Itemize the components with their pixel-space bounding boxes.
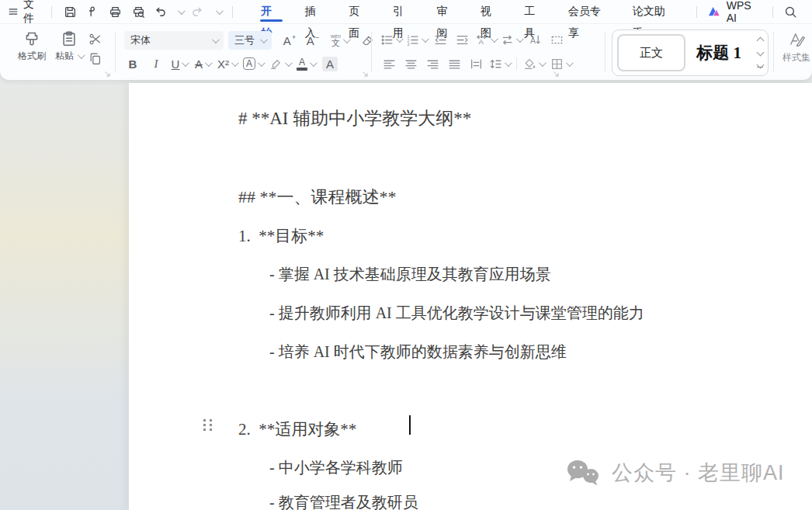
tab-insert[interactable]: 插入 [293,0,338,23]
char-shading-button[interactable]: A [321,55,338,72]
doc-list-item[interactable]: - 中小学各学科教师 [269,457,403,478]
doc-heading1[interactable]: # **AI 辅助中小学教学大纲** [238,106,471,130]
chevron-down-icon [505,59,512,67]
scroll-down-icon[interactable] [756,49,764,57]
paste-icon [61,30,78,47]
tab-review[interactable]: 审阅 [425,0,469,23]
search-button[interactable] [780,2,801,21]
undo-icon [154,5,167,18]
svg-text:3: 3 [407,41,409,46]
quick-access-dropdown-button[interactable] [210,3,224,20]
align-center-button[interactable] [402,55,419,72]
font-group-launcher[interactable] [362,71,368,77]
gallery-more-icon[interactable] [757,62,763,68]
tab-reference[interactable]: 引用 [381,0,425,23]
scroll-up-icon[interactable] [756,37,764,45]
chevron-down-icon [231,59,239,67]
paste-button[interactable]: 粘贴 [51,30,87,63]
distribute-button[interactable] [467,55,484,72]
show-marks-button[interactable] [548,31,565,48]
doc-list-item[interactable]: - 掌握 AI 技术基础原理及其教育应用场景 [269,264,551,285]
borders-button[interactable] [550,55,571,72]
bold-button[interactable]: B [124,55,141,72]
divider [605,32,606,72]
print-preview-button[interactable] [128,3,147,20]
numbered-list-button[interactable]: 123 [406,31,427,48]
font-size-value: 三号 [234,33,255,47]
save-button[interactable] [61,3,80,20]
shrink-font-glyph: A [307,34,314,47]
chevron-down-icon [205,59,213,67]
justify-button[interactable] [446,55,463,72]
style-heading1[interactable]: 标题 1 [685,42,752,64]
text-effects-button[interactable]: A [243,55,263,72]
doc-list-item[interactable]: 2. **适用对象** [238,418,356,440]
watermark: 公众号 · 老里聊AI [565,458,785,487]
chevron-down-icon [285,59,293,67]
font-name-select[interactable]: 宋体 [124,31,224,50]
print-button[interactable] [106,3,125,20]
shading-button[interactable] [523,55,544,72]
format-painter-button[interactable]: 格式刷 [14,30,50,63]
doc-list-item[interactable]: - 提升教师利用 AI 工具优化教学设计与课堂管理的能力 [269,303,644,324]
style-body-text[interactable]: 正文 [617,34,685,71]
doc-heading2[interactable]: ## **一、课程概述** [238,186,397,209]
chevron-down-icon [539,59,547,67]
align-right-button[interactable] [424,55,441,72]
redo-button[interactable] [188,3,207,20]
superscript-button[interactable]: X² [217,55,237,72]
tab-page[interactable]: 页面 [337,0,381,23]
decrease-indent-button[interactable] [432,31,449,48]
clipboard-group-launcher[interactable] [104,71,110,77]
dashed-box-icon [550,33,564,47]
increase-font-button[interactable]: A+ [281,32,298,49]
divider [772,6,773,18]
line-spacing-button[interactable] [489,55,510,72]
divider [51,6,52,18]
tab-home[interactable]: 开始 [249,0,293,23]
divider [371,32,372,72]
file-menu-label: 文件 [23,0,44,26]
tab-paper-assistant[interactable]: 论文助手 [621,0,685,23]
two-way-arrows-button[interactable] [501,31,522,48]
clear-format-button[interactable] [359,32,377,49]
doc-list-item[interactable]: - 教育管理者及教研员 [269,492,418,510]
phonetic-guide-button[interactable]: wén 文 [331,32,349,49]
document-page[interactable]: # **AI 辅助中小学教学大纲** ## **一、课程概述** 1. **目标… [129,83,812,510]
doc-list-item[interactable]: - 培养 AI 时代下教师的数据素养与创新思维 [269,342,567,363]
paragraph-drag-handle[interactable] [203,419,215,432]
cut-button[interactable] [88,33,102,46]
text-direction-icon: A [475,33,488,47]
wps-ai-logo-icon [707,5,722,18]
undo-button[interactable] [151,3,171,20]
line-spacing-icon [489,57,502,71]
align-left-button[interactable] [380,55,397,72]
copy-button[interactable] [88,52,102,65]
italic-button[interactable]: I [147,55,165,72]
font-color-button[interactable]: A [297,55,315,72]
divider [232,6,233,18]
tab-tools[interactable]: 工具 [512,0,557,23]
underline-button[interactable]: U [171,55,188,72]
paragraph-group-launcher[interactable] [553,71,559,77]
shrink-font-mark: − [315,33,319,41]
style-set-button[interactable]: 样式集 [780,30,812,64]
tab-membership[interactable]: 会员专享 [557,0,621,23]
increase-indent-button[interactable] [453,31,470,48]
divider [773,32,774,72]
sort-button[interactable]: A [526,31,543,48]
export-pdf-button[interactable] [83,3,102,20]
highlight-button[interactable] [269,55,290,72]
bullet-list-button[interactable] [380,31,401,48]
tab-view[interactable]: 视图 [469,0,513,23]
strikethrough-button[interactable]: A [194,55,211,72]
text-direction-button[interactable]: A [475,31,496,48]
file-menu-button[interactable]: 文件 [8,0,44,26]
font-size-select[interactable]: 三号 [228,31,272,50]
undo-dropdown-button[interactable] [174,3,185,20]
chevron-down-icon [215,7,223,15]
chevron-down-icon [78,51,85,59]
wps-ai-button[interactable]: WPS AI [707,0,762,24]
decrease-font-button[interactable]: A− [304,32,321,49]
doc-list-item[interactable]: 1. **目标** [238,225,324,247]
